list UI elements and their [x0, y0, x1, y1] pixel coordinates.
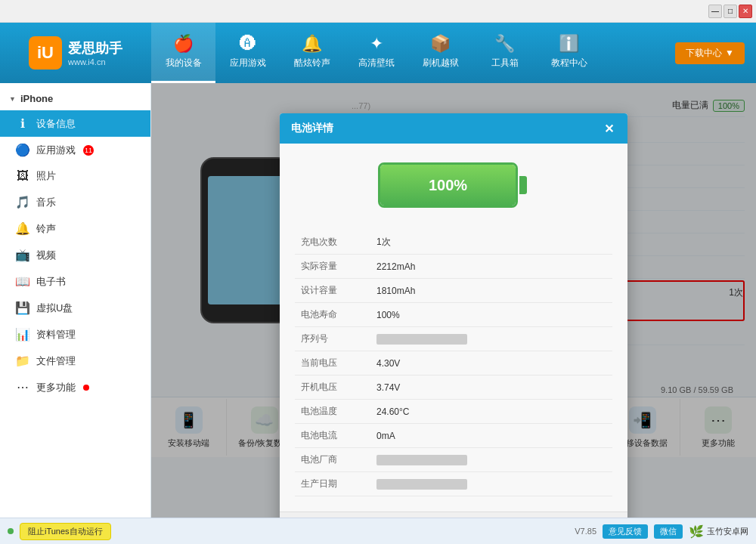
sidebar-item-more-features[interactable]: ⋯ 更多功能	[0, 374, 150, 400]
sidebar-item-photos[interactable]: 🖼 照片	[0, 163, 150, 189]
field-label-serial: 序列号	[295, 327, 370, 351]
download-button[interactable]: 下载中心 ▼	[675, 42, 745, 64]
more-features-dot	[83, 385, 89, 391]
field-label-manufacturer: 电池厂商	[295, 448, 370, 472]
status-bar: 阻止iTunes自动运行 V7.85 意见反馈 微信 🌿 玉竹安卓网	[0, 518, 756, 544]
tab-wallpapers-icon: ✦	[370, 34, 383, 54]
tab-tools[interactable]: 🔧 工具箱	[472, 23, 537, 83]
sidebar-item-device-info[interactable]: ℹ 设备信息	[0, 110, 150, 137]
table-row: 开机电压 3.74V	[295, 376, 612, 400]
modal-overlay: 电池详情 ✕ 100%	[151, 83, 756, 518]
sidebar-item-ringtones[interactable]: 🔔 铃声	[0, 215, 150, 242]
modal-body: 100% 充电次数 1次	[280, 144, 627, 512]
titlebar: — □ ✕	[0, 0, 756, 23]
battery-fill: 100%	[380, 165, 516, 206]
download-label: 下载中心	[686, 47, 722, 60]
sidebar-item-data-manage[interactable]: 📊 资料管理	[0, 321, 150, 348]
field-label-temperature: 电池温度	[295, 400, 370, 424]
tab-wallpapers[interactable]: ✦ 高清壁纸	[344, 23, 408, 83]
stop-itunes-button[interactable]: 阻止iTunes自动运行	[20, 523, 111, 540]
sidebar-item-virtual-udisk-label: 虚拟U盘	[36, 301, 73, 315]
tab-app-games-icon: 🅐	[240, 34, 256, 54]
tab-ringtones[interactable]: 🔔 酷炫铃声	[280, 23, 344, 83]
status-indicator	[8, 528, 14, 534]
battery-detail-modal: 电池详情 ✕ 100%	[280, 113, 627, 518]
maximize-button[interactable]: □	[723, 5, 737, 18]
virtual-udisk-icon: 💾	[15, 301, 30, 315]
tab-ringtones-icon: 🔔	[302, 34, 322, 54]
music-icon: 🎵	[15, 195, 30, 209]
sidebar-item-ebook[interactable]: 📖 电子书	[0, 268, 150, 295]
tab-jailbreak-icon: 📦	[430, 34, 451, 54]
sidebar-item-ringtones-label: 铃声	[36, 222, 56, 236]
table-row: 电池寿命 100%	[295, 303, 612, 327]
sidebar-item-photos-label: 照片	[36, 169, 56, 183]
version-label: V7.85	[575, 527, 596, 536]
close-button[interactable]: ✕	[739, 5, 752, 18]
header: iU 爱思助手 www.i4.cn 🍎 我的设备 🅐 应用游戏 🔔 酷炫铃声 ✦…	[0, 23, 756, 83]
sidebar-item-app-games[interactable]: 🔵 应用游戏 11	[0, 137, 150, 163]
status-bar-left: 阻止iTunes自动运行	[8, 523, 111, 540]
field-value-actual-capacity: 2212mAh	[370, 255, 612, 279]
sidebar-item-music[interactable]: 🎵 音乐	[0, 189, 150, 215]
field-value-manufacturer	[370, 448, 612, 472]
tab-tools-icon: 🔧	[494, 34, 515, 54]
wechat-button[interactable]: 微信	[654, 524, 683, 539]
battery-tip	[519, 176, 527, 194]
field-value-battery-life: 100%	[370, 303, 612, 327]
table-row: 序列号	[295, 327, 612, 351]
tab-my-device[interactable]: 🍎 我的设备	[151, 23, 215, 83]
sidebar-item-file-manage[interactable]: 📁 文件管理	[0, 348, 150, 374]
sidebar-item-ebook-label: 电子书	[36, 275, 66, 289]
table-row: 电池电流 0mA	[295, 424, 612, 448]
field-label-voltage: 当前电压	[295, 351, 370, 376]
main-area: iPhone ℹ 设备信息 🔵 应用游戏 11 🖼 照片 🎵 音乐 🔔 铃声 📺…	[0, 83, 756, 518]
tab-app-games-label: 应用游戏	[230, 57, 266, 70]
app-website: www.i4.cn	[68, 57, 122, 66]
field-value-current: 0mA	[370, 424, 612, 448]
video-icon: 📺	[15, 248, 30, 262]
sidebar-item-device-info-label: 设备信息	[36, 117, 76, 131]
sidebar-item-video[interactable]: 📺 视频	[0, 242, 150, 268]
tab-tutorials[interactable]: ℹ️ 教程中心	[537, 23, 601, 83]
minimize-button[interactable]: —	[708, 5, 722, 18]
sidebar-item-data-manage-label: 资料管理	[36, 328, 76, 342]
device-info-icon: ℹ	[15, 116, 30, 131]
field-label-charge-count: 充电次数	[295, 230, 370, 255]
sidebar-item-music-label: 音乐	[36, 196, 56, 209]
field-label-boot-voltage: 开机电压	[295, 376, 370, 400]
tab-ringtones-label: 酷炫铃声	[294, 57, 330, 70]
field-value-prod-date	[370, 472, 612, 496]
table-row: 当前电压 4.30V	[295, 351, 612, 376]
modal-header: 电池详情 ✕	[280, 113, 627, 144]
brand-logo: 🌿 玉竹安卓网	[689, 524, 748, 539]
nav-tabs: 🍎 我的设备 🅐 应用游戏 🔔 酷炫铃声 ✦ 高清壁纸 📦 刷机越狱 🔧 工具箱…	[151, 23, 675, 83]
app-games-icon: 🔵	[15, 143, 30, 157]
table-row: 设计容量 1810mAh	[295, 279, 612, 303]
table-row: 实际容量 2212mAh	[295, 255, 612, 279]
tab-jailbreak[interactable]: 📦 刷机越狱	[408, 23, 472, 83]
sidebar-item-video-label: 视频	[36, 249, 56, 262]
table-row: 电池厂商	[295, 448, 612, 472]
sidebar-item-virtual-udisk[interactable]: 💾 虚拟U盘	[0, 295, 150, 321]
field-label-current: 电池电流	[295, 424, 370, 448]
logo-area: iU 爱思助手 www.i4.cn	[0, 29, 151, 77]
data-manage-icon: 📊	[15, 327, 30, 342]
brand-icon: 🌿	[689, 524, 704, 539]
app-title: 爱思助手	[68, 39, 122, 57]
table-row: 生产日期	[295, 472, 612, 496]
table-row: 电池温度 24.60°C	[295, 400, 612, 424]
field-value-design-capacity: 1810mAh	[370, 279, 612, 303]
tab-tutorials-label: 教程中心	[551, 57, 587, 70]
modal-title: 电池详情	[291, 122, 333, 135]
tab-my-device-label: 我的设备	[166, 57, 202, 70]
file-manage-icon: 📁	[15, 354, 30, 368]
tab-tools-label: 工具箱	[491, 57, 519, 70]
tab-tutorials-icon: ℹ️	[559, 34, 579, 54]
sidebar-item-app-games-label: 应用游戏	[36, 144, 76, 157]
status-bar-right: V7.85 意见反馈 微信 🌿 玉竹安卓网	[575, 524, 748, 539]
tab-app-games[interactable]: 🅐 应用游戏	[215, 23, 280, 83]
feedback-button[interactable]: 意见反馈	[603, 524, 648, 539]
modal-close-button[interactable]: ✕	[601, 121, 616, 136]
tab-my-device-icon: 🍎	[173, 34, 194, 54]
